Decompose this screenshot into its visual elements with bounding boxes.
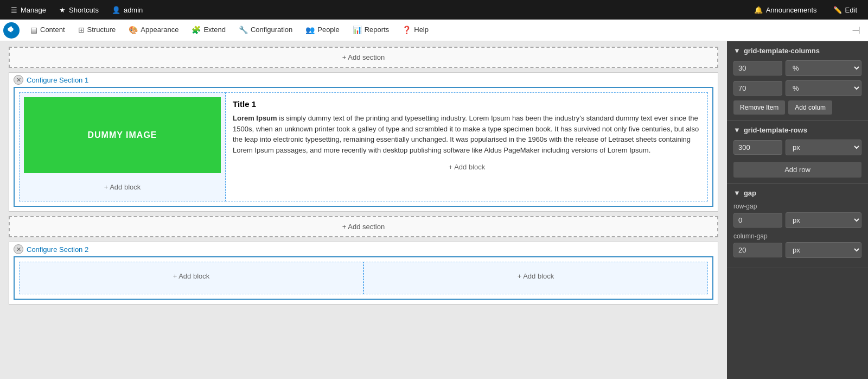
nav-collapse-button[interactable]: ⊣ <box>847 22 865 39</box>
collapse-arrow-columns: ▼ <box>733 47 741 55</box>
nav-content[interactable]: ▤ Content <box>24 20 72 41</box>
row-gap-label: row-gap <box>733 203 861 210</box>
block-title: Title 1 <box>233 99 701 109</box>
section-1-wrapper: ✕ Configure Section 1 DUMMY IMAGE + Add … <box>9 72 718 212</box>
people-label: People <box>317 26 339 34</box>
col2-unit-select[interactable]: % px em fr <box>786 80 861 96</box>
section-1-grid: DUMMY IMAGE + Add block Title 1 Lorem Ip… <box>14 87 713 207</box>
row-gap-input[interactable] <box>733 213 782 228</box>
configuration-label: Configuration <box>251 26 292 34</box>
grid-template-columns-header[interactable]: ▼ grid-template-columns <box>733 47 861 55</box>
nav-configuration[interactable]: 🔧 Configuration <box>232 20 299 41</box>
remove-item-button[interactable]: Remove Item <box>733 100 785 115</box>
block-body: Lorem Ipsum is simply dummy text of the … <box>233 113 701 155</box>
section-2-grid: + Add block + Add block <box>14 256 713 300</box>
extend-icon: 🧩 <box>192 26 201 34</box>
nav-bar-right: ⊣ <box>847 22 865 39</box>
manage-label: Manage <box>21 6 46 14</box>
grid-template-rows-section: ▼ grid-template-rows px % em fr Add row <box>727 121 868 184</box>
gap-header[interactable]: ▼ gap <box>733 189 861 197</box>
nav-people[interactable]: 👥 People <box>299 20 346 41</box>
edit-label: Edit <box>845 6 857 14</box>
section-2-close-button[interactable]: ✕ <box>14 244 23 254</box>
admin-bar-left: ☰ Manage ★ Shortcuts 👤 admin <box>5 4 148 16</box>
section-1-cell-2: Title 1 Lorem Ipsum is simply dummy text… <box>226 92 708 201</box>
nav-bar: ▤ Content ⊞ Structure 🎨 Appearance 🧩 Ext… <box>0 20 868 41</box>
appearance-label: Appearance <box>141 26 178 34</box>
column-gap-unit-select[interactable]: px % em <box>786 242 861 258</box>
add-block-4-link[interactable]: + Add block <box>368 267 703 286</box>
star-icon: ★ <box>59 6 66 14</box>
add-section-top-link[interactable]: + Add section <box>342 53 385 61</box>
add-column-button[interactable]: Add colum <box>788 100 832 115</box>
add-section-top[interactable]: + Add section <box>9 47 718 68</box>
hamburger-icon: ☰ <box>11 6 17 14</box>
announcements-item[interactable]: 🔔 Announcements <box>749 4 822 16</box>
admin-bar: ☰ Manage ★ Shortcuts 👤 admin 🔔 Announcem… <box>0 0 868 20</box>
user-icon: 👤 <box>112 6 120 14</box>
lorem-ipsum-body: is simply dummy text of the printing and… <box>233 114 699 154</box>
nav-structure[interactable]: ⊞ Structure <box>72 20 123 41</box>
column-gap-input[interactable] <box>733 243 782 257</box>
col1-value-input[interactable] <box>733 61 782 75</box>
bell-icon: 🔔 <box>754 6 763 14</box>
section-2-cell-2: + Add block <box>363 262 708 294</box>
shortcuts-menu-item[interactable]: ★ Shortcuts <box>54 4 104 16</box>
add-row-button[interactable]: Add row <box>733 162 861 178</box>
nav-help[interactable]: ❓ Help <box>395 20 435 41</box>
admin-user-item[interactable]: 👤 admin <box>106 4 148 16</box>
content-label: Content <box>40 26 65 34</box>
main-wrapper: + Add section ✕ Configure Section 1 DUMM… <box>0 41 868 379</box>
nav-appearance[interactable]: 🎨 Appearance <box>122 20 185 41</box>
help-label: Help <box>414 26 429 34</box>
section-2-configure-link[interactable]: Configure Section 2 <box>27 245 88 254</box>
section-1-close-button[interactable]: ✕ <box>14 75 23 85</box>
section-2-configure-bar: ✕ Configure Section 2 <box>9 242 718 256</box>
section-2-wrapper: ✕ Configure Section 2 + Add block + Add … <box>9 242 718 305</box>
row-gap-unit-select[interactable]: px % em <box>786 212 861 228</box>
people-icon: 👥 <box>305 26 315 34</box>
collapse-arrow-rows: ▼ <box>733 126 741 134</box>
appearance-icon: 🎨 <box>129 26 138 34</box>
row1-unit-select[interactable]: px % em fr <box>786 140 861 155</box>
structure-icon: ⊞ <box>78 26 85 34</box>
dummy-image: DUMMY IMAGE <box>24 97 221 173</box>
reports-icon: 📊 <box>353 26 362 34</box>
row1-row: px % em fr <box>733 140 861 155</box>
add-section-middle[interactable]: + Add section <box>9 216 718 237</box>
gap-label: gap <box>744 189 756 197</box>
shortcuts-label: Shortcuts <box>69 6 99 14</box>
add-block-3-link[interactable]: + Add block <box>24 267 359 286</box>
config-icon: 🔧 <box>239 26 248 34</box>
col-buttons: Remove Item Add colum <box>733 100 861 115</box>
col1-row: % px em fr <box>733 60 861 76</box>
manage-menu-item[interactable]: ☰ Manage <box>5 4 52 16</box>
add-block-1-link[interactable]: + Add block <box>24 178 221 197</box>
announcements-label: Announcements <box>766 6 817 14</box>
reports-label: Reports <box>365 26 390 34</box>
collapse-arrow-gap: ▼ <box>733 189 741 197</box>
dummy-image-label: DUMMY IMAGE <box>87 130 157 140</box>
section-1-cell-1: DUMMY IMAGE + Add block <box>19 92 226 201</box>
lorem-ipsum-strong: Lorem Ipsum <box>233 114 277 122</box>
column-gap-label: column-gap <box>733 232 861 240</box>
structure-label: Structure <box>87 26 116 34</box>
drupal-logo[interactable] <box>3 22 20 39</box>
col1-unit-select[interactable]: % px em fr <box>786 60 861 76</box>
section-1-configure-link[interactable]: Configure Section 1 <box>27 76 88 84</box>
gap-section: ▼ gap row-gap px % em column-gap px % em <box>727 184 868 268</box>
column-gap-row: px % em <box>733 242 861 258</box>
nav-reports[interactable]: 📊 Reports <box>346 20 396 41</box>
nav-extend[interactable]: 🧩 Extend <box>185 20 232 41</box>
grid-template-columns-label: grid-template-columns <box>744 47 820 55</box>
add-section-middle-link[interactable]: + Add section <box>342 223 385 231</box>
text-block: Title 1 Lorem Ipsum is simply dummy text… <box>231 97 703 157</box>
row1-value-input[interactable] <box>733 140 782 155</box>
section-2-cell-1: + Add block <box>19 262 363 294</box>
edit-item[interactable]: ✏️ Edit <box>828 4 863 16</box>
help-icon: ❓ <box>402 26 411 34</box>
grid-template-rows-header[interactable]: ▼ grid-template-rows <box>733 126 861 134</box>
col2-value-input[interactable] <box>733 81 782 96</box>
grid-template-rows-label: grid-template-rows <box>744 126 807 134</box>
add-block-2-link[interactable]: + Add block <box>231 157 703 176</box>
